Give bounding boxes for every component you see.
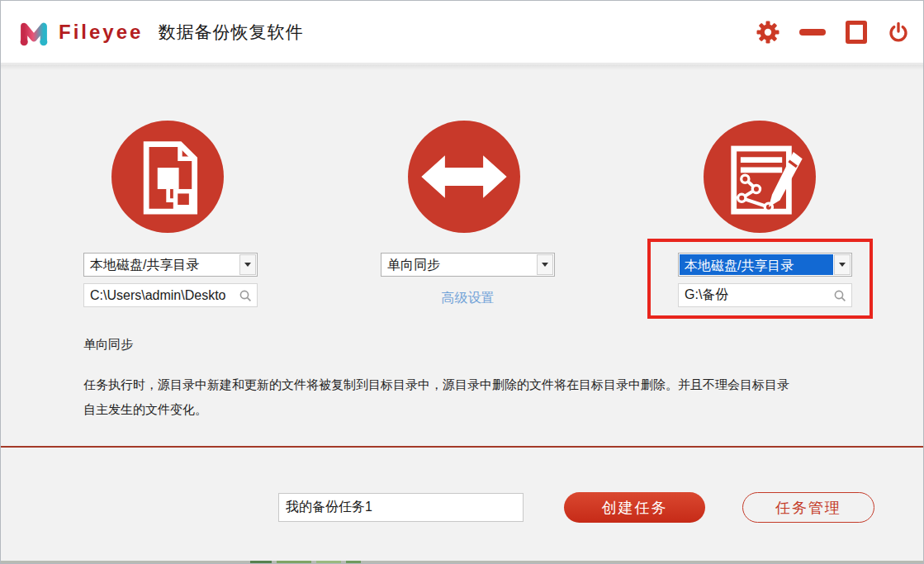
source-path-field	[83, 283, 258, 307]
desktop-sliver	[1, 561, 923, 563]
chevron-down-icon[interactable]	[239, 254, 256, 275]
task-name-input[interactable]	[279, 494, 523, 521]
app-title: 数据备份恢复软件	[158, 21, 303, 44]
sync-mode-dropdown[interactable]: 单向同步	[381, 253, 555, 277]
app-logo-text: Fileyee	[59, 21, 143, 44]
description-line-2: 自主发生的文件变化。	[83, 397, 860, 422]
chevron-down-icon[interactable]	[834, 254, 851, 275]
app-window: Fileyee 数据备份恢复软件	[0, 0, 924, 564]
target-type-dropdown[interactable]: 本地磁盘/共享目录	[678, 253, 852, 277]
description-line-1: 任务执行时，源目录中新建和更新的文件将被复制到目标目录中，源目录中删除的文件将在…	[83, 372, 860, 397]
task-name-field	[278, 493, 524, 522]
source-type-dropdown[interactable]: 本地磁盘/共享目录	[83, 253, 258, 277]
chevron-down-icon[interactable]	[537, 254, 553, 275]
sync-mode-description-text: 任务执行时，源目录中新建和更新的文件将被复制到目标目录中，源目录中删除的文件将在…	[83, 372, 860, 422]
title-bar: Fileyee 数据备份恢复软件	[1, 1, 923, 64]
create-task-button[interactable]: 创建任务	[564, 492, 705, 523]
task-management-button[interactable]: 任务管理	[742, 492, 874, 523]
fileyee-logo-icon	[17, 16, 50, 49]
target-edit-icon	[704, 121, 816, 233]
sync-mode-value: 单向同步	[387, 254, 440, 276]
footer-divider	[1, 446, 923, 448]
target-type-value: 本地磁盘/共享目录	[685, 254, 794, 277]
source-type-value: 本地磁盘/共享目录	[90, 254, 199, 276]
settings-gear-icon[interactable]	[756, 21, 779, 44]
power-close-icon[interactable]	[887, 21, 910, 44]
sync-mode-description-title: 单向同步	[83, 337, 133, 353]
target-path-field	[678, 283, 852, 307]
source-path-input[interactable]	[84, 284, 257, 306]
selection-highlight: 本地磁盘/共享目录	[680, 254, 833, 275]
header-shadow	[1, 64, 923, 70]
source-file-icon	[111, 121, 224, 233]
search-icon[interactable]	[834, 290, 846, 302]
search-icon[interactable]	[239, 290, 252, 302]
minimize-icon[interactable]	[799, 29, 826, 36]
target-path-input[interactable]	[679, 284, 851, 306]
maximize-icon[interactable]	[846, 21, 867, 44]
window-controls	[756, 1, 910, 64]
advanced-settings-link[interactable]: 高级设置	[381, 290, 555, 307]
sync-direction-icon	[408, 121, 520, 233]
